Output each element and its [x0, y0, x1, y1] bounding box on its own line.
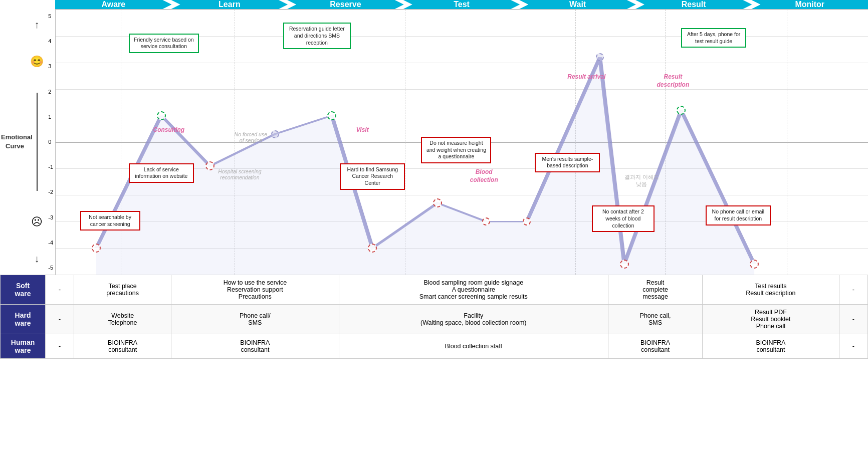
humanware-header: Humanware	[1, 334, 46, 359]
label-blood-collection: Bloodcollection	[470, 168, 498, 184]
stage-aware: Aware	[55, 0, 172, 9]
humanware-reserve: BIOINFRAconsultant	[171, 334, 339, 359]
main-container: Aware Learn Reserve Test Wait Result Mon…	[0, 0, 868, 359]
annotation-no-measure: Do not measure height and weight when cr…	[421, 137, 491, 163]
annotation-no-contact: No contact after 2 weeks of blood collec…	[592, 205, 655, 232]
point-monitor	[750, 260, 759, 269]
humanware-test: Blood collection staff	[339, 334, 608, 359]
hardware-wait: Phone call,SMS	[608, 305, 703, 334]
annotation-lack-service: Lack of service information on website	[129, 163, 194, 183]
point-wait-neg	[620, 260, 629, 269]
stage-wait: Wait	[519, 0, 636, 9]
hardware-test: Facility(Waiting space, blood collection…	[339, 305, 608, 334]
label-result-arrival: Result arrival	[567, 73, 605, 80]
humanware-aware: -	[46, 334, 74, 359]
point-test-3	[523, 217, 531, 225]
y-axis-arrows: ↑ 😊 ☹ ↓	[30, 19, 44, 265]
humanware-result: BIOINFRAconsultant	[702, 334, 839, 359]
software-wait: Resultcompletemessage	[608, 275, 703, 305]
hardware-result: Result PDFResult bookletPhone call	[702, 305, 839, 334]
stage-reserve: Reserve	[287, 0, 404, 9]
annotation-friendly-service: Friendly service based on service consul…	[129, 34, 199, 53]
software-header: Software	[1, 275, 46, 305]
label-hospital-screening: Hospital screeningrecommendation	[218, 168, 261, 180]
hardware-reserve: Phone call/SMS	[171, 305, 339, 334]
hardware-monitor: -	[839, 305, 867, 334]
grid-line-n5	[56, 275, 868, 275]
emotional-curve-label: EmotionalCurve	[1, 133, 29, 151]
stage-monitor: Monitor	[751, 0, 868, 9]
annotation-after-5-days: After 5 days, phone for test result guid…	[681, 28, 746, 48]
chart-area: Friendly service based on service consul…	[55, 9, 868, 275]
hardware-aware: -	[46, 305, 74, 334]
hardware-header: Hardware	[1, 305, 46, 334]
label-consulting: Consulting	[153, 126, 185, 133]
label-no-forced: No forced useof service	[235, 131, 267, 143]
annotation-not-searchable: Not searchable by cancer screening	[80, 211, 140, 231]
label-visit: Visit	[356, 126, 369, 133]
label-result-description: Resultdescription	[657, 73, 690, 89]
annotation-mens-results: Men's results sample-based description	[535, 153, 600, 172]
point-reserve-2	[327, 111, 336, 120]
point-blood-collect	[482, 217, 490, 225]
point-test-1	[433, 198, 442, 207]
software-row: Software - Test placeprecautions How to …	[1, 275, 868, 305]
annotation-no-phone-call: No phone call or email for result descri…	[706, 205, 771, 225]
hardware-learn: WebsiteTelephone	[74, 305, 171, 334]
stage-result: Result	[635, 0, 752, 9]
point-learn-pos	[157, 111, 166, 120]
humanware-learn: BIOINFRAconsultant	[74, 334, 171, 359]
point-visit	[368, 244, 377, 253]
stage-test: Test	[403, 0, 520, 9]
software-result: Test resultsResult description	[702, 275, 839, 305]
annotation-reservation-guide: Reservation guide letter and directions …	[283, 23, 351, 49]
software-monitor: -	[839, 275, 867, 305]
label-korean: 결과지 이해도낮음	[624, 174, 659, 188]
svg-marker-0	[96, 57, 754, 275]
software-test: Blood sampling room guide signageA quest…	[339, 275, 608, 305]
point-result-arrival	[596, 53, 604, 61]
software-learn: Test placeprecautions	[74, 275, 171, 305]
stage-learn: Learn	[171, 0, 288, 9]
bottom-table: Software - Test placeprecautions How to …	[0, 275, 868, 359]
point-result-desc	[677, 106, 686, 115]
hardware-row: Hardware - WebsiteTelephone Phone call/S…	[1, 305, 868, 334]
humanware-wait: BIOINFRAconsultant	[608, 334, 703, 359]
point-reserve-1	[271, 130, 279, 138]
humanware-monitor: -	[839, 334, 867, 359]
software-aware: -	[46, 275, 74, 305]
humanware-row: Humanware - BIOINFRAconsultant BIOINFRAc…	[1, 334, 868, 359]
annotation-hard-find: Hard to find Samsung Cancer Research Cen…	[340, 163, 405, 190]
point-aware	[92, 244, 101, 253]
point-learn-neg	[205, 161, 214, 170]
y-axis-numbers: 5 4 3 2 1 0 -1 -2 -3 -4 -5	[48, 9, 53, 275]
chart-section: EmotionalCurve ↑ 😊 ☹ ↓ 5 4 3 2 1 0 -1 -2…	[0, 9, 868, 275]
software-reserve: How to use the serviceReservation suppor…	[171, 275, 339, 305]
